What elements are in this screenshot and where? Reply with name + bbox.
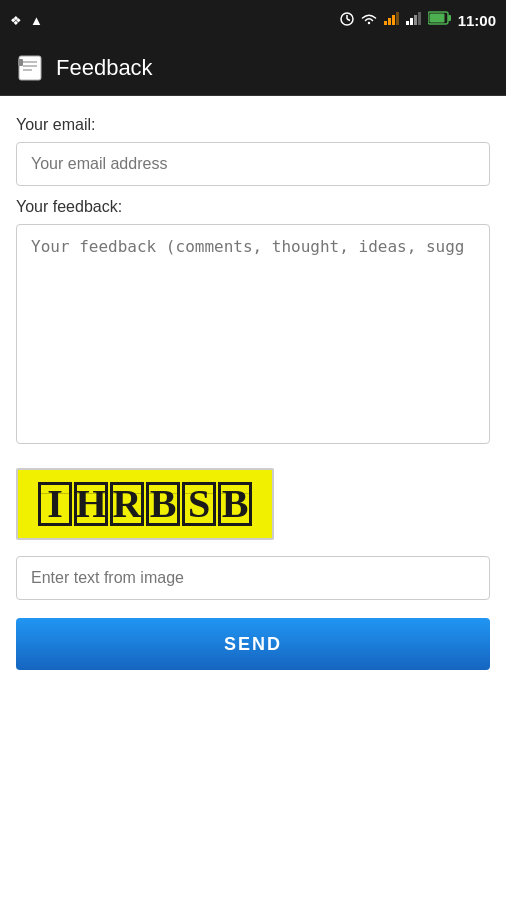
- captcha-input[interactable]: [16, 556, 490, 600]
- svg-rect-6: [396, 12, 399, 25]
- wifi-icon: [360, 12, 378, 29]
- status-bar-left: ❖ ▲: [10, 13, 43, 28]
- svg-rect-18: [18, 59, 23, 66]
- captcha-letter-6: B: [218, 482, 252, 526]
- status-bar-right: 11:00: [340, 11, 496, 29]
- svg-rect-9: [414, 15, 417, 25]
- captcha-text: I H R B S B: [38, 482, 252, 526]
- signal-bars-white: [406, 11, 422, 29]
- captcha-letter-5: S: [182, 482, 216, 526]
- svg-rect-12: [448, 15, 451, 21]
- send-button[interactable]: SEND: [16, 618, 490, 670]
- captcha-letter-1: I: [38, 482, 72, 526]
- svg-rect-5: [392, 15, 395, 25]
- svg-rect-3: [384, 21, 387, 25]
- battery-icon: [428, 11, 452, 29]
- svg-line-2: [347, 19, 350, 21]
- svg-rect-7: [406, 21, 409, 25]
- status-time: 11:00: [458, 12, 496, 29]
- captcha-container: I H R B S B: [16, 468, 490, 540]
- captcha-letter-2: H: [74, 482, 108, 526]
- svg-rect-8: [410, 18, 413, 25]
- app-bar-title: Feedback: [56, 55, 153, 81]
- svg-rect-10: [418, 12, 421, 25]
- feedback-textarea[interactable]: [16, 224, 490, 444]
- notification-icon: ▲: [30, 13, 43, 28]
- status-bar: ❖ ▲: [0, 0, 506, 40]
- captcha-letter-3: R: [110, 482, 144, 526]
- feedback-label: Your feedback:: [16, 198, 490, 216]
- svg-rect-4: [388, 18, 391, 25]
- svg-rect-13: [429, 14, 444, 23]
- captcha-letter-4: B: [146, 482, 180, 526]
- usb-icon: ❖: [10, 13, 22, 28]
- app-bar: Feedback: [0, 40, 506, 96]
- clock-icon: [340, 12, 354, 29]
- signal-bars-orange: [384, 11, 400, 29]
- captcha-image: I H R B S B: [16, 468, 274, 540]
- app-icon: [16, 54, 44, 82]
- main-content: Your email: Your feedback: I H R B S B S…: [0, 96, 506, 900]
- email-label: Your email:: [16, 116, 490, 134]
- email-input[interactable]: [16, 142, 490, 186]
